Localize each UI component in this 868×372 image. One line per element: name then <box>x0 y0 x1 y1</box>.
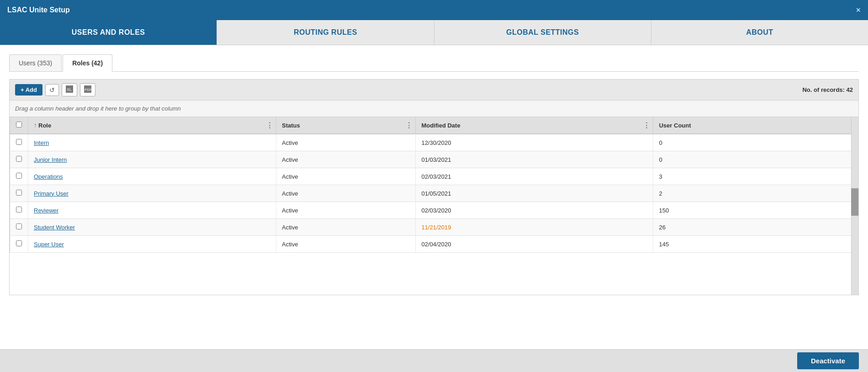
roles-table: ↑ Role ⋮ Status ⋮ <box>10 117 858 253</box>
svg-text:PDF: PDF <box>85 88 91 92</box>
add-button[interactable]: + Add <box>15 84 42 96</box>
table-body: InternActive12/30/20200Junior InternActi… <box>10 134 858 253</box>
user-count-col-header[interactable]: User Count ⋮ <box>653 117 858 134</box>
role-sort-arrow: ↑ <box>34 122 37 128</box>
role-cell: Reviewer <box>28 202 276 219</box>
modified-date-col-menu[interactable]: ⋮ <box>643 121 650 130</box>
row-checkbox[interactable] <box>16 139 22 145</box>
app-title: LSAC Unite Setup <box>7 6 70 14</box>
nav-tab-users-and-roles[interactable]: USERS AND ROLES <box>0 20 217 45</box>
modified-date-cell: 01/03/2021 <box>416 151 653 168</box>
content-area: Users (353)Roles (42) + Add ↺ XL PDF No.… <box>0 45 868 368</box>
sub-tabs: Users (353)Roles (42) <box>9 54 859 72</box>
refresh-button[interactable]: ↺ <box>45 84 59 96</box>
user-count-cell: 3 <box>653 168 858 185</box>
select-all-checkbox[interactable] <box>16 122 22 128</box>
row-checkbox-cell <box>10 151 28 168</box>
user-count-cell: 2 <box>653 185 858 202</box>
nav-tab-about[interactable]: ABOUT <box>651 20 868 45</box>
row-checkbox[interactable] <box>16 223 22 229</box>
user-count-cell: 0 <box>653 151 858 168</box>
user-count-cell: 0 <box>653 134 858 151</box>
role-col-header[interactable]: ↑ Role ⋮ <box>28 117 276 134</box>
table-row: Student WorkerActive11/21/201926 <box>10 219 858 236</box>
modified-date-cell: 12/30/2020 <box>416 134 653 151</box>
modified-date-col-label: Modified Date <box>421 122 460 129</box>
table-wrapper: ↑ Role ⋮ Status ⋮ <box>9 117 859 295</box>
status-cell: Active <box>276 134 416 151</box>
modified-date-cell: 02/04/2020 <box>416 236 653 253</box>
role-col-label: Role <box>38 122 51 129</box>
modified-date-cell: 01/05/2021 <box>416 185 653 202</box>
role-cell: Operations <box>28 168 276 185</box>
role-link[interactable]: Operations <box>34 173 63 180</box>
drag-hint: Drag a column header and drop it here to… <box>9 101 859 117</box>
row-checkbox[interactable] <box>16 240 22 246</box>
bottom-bar: Deactivate <box>0 349 868 372</box>
user-count-cell: 150 <box>653 202 858 219</box>
row-checkbox[interactable] <box>16 156 22 162</box>
role-cell: Intern <box>28 134 276 151</box>
role-link[interactable]: Student Worker <box>34 224 75 231</box>
modified-date-cell: 11/21/2019 <box>416 219 653 236</box>
table-row: OperationsActive02/03/20213 <box>10 168 858 185</box>
status-cell: Active <box>276 202 416 219</box>
toolbar-left: + Add ↺ XL PDF <box>15 83 95 96</box>
role-col-menu[interactable]: ⋮ <box>266 121 273 130</box>
scrollbar[interactable] <box>851 117 858 295</box>
table-row: InternActive12/30/20200 <box>10 134 858 151</box>
modified-date-cell: 02/03/2020 <box>416 202 653 219</box>
modified-date-col-header[interactable]: Modified Date ⋮ <box>416 117 653 134</box>
role-link[interactable]: Super User <box>34 241 64 248</box>
row-checkbox[interactable] <box>16 173 22 179</box>
role-link[interactable]: Primary User <box>34 190 69 197</box>
role-link[interactable]: Reviewer <box>34 207 58 214</box>
row-checkbox-cell <box>10 168 28 185</box>
role-cell: Junior Intern <box>28 151 276 168</box>
role-link[interactable]: Junior Intern <box>34 156 67 163</box>
status-col-header[interactable]: Status ⋮ <box>276 117 416 134</box>
table-row: Primary UserActive01/05/20212 <box>10 185 858 202</box>
status-cell: Active <box>276 185 416 202</box>
toolbar: + Add ↺ XL PDF No. of records: 42 <box>9 79 859 101</box>
status-cell: Active <box>276 236 416 253</box>
deactivate-button[interactable]: Deactivate <box>797 352 859 369</box>
row-checkbox-cell <box>10 219 28 236</box>
nav-tabs: USERS AND ROLESROUTING RULESGLOBAL SETTI… <box>0 20 868 45</box>
nav-tab-global-settings[interactable]: GLOBAL SETTINGS <box>434 20 651 45</box>
status-cell: Active <box>276 219 416 236</box>
title-bar: LSAC Unite Setup × <box>0 0 868 20</box>
role-cell: Primary User <box>28 185 276 202</box>
row-checkbox-cell <box>10 236 28 253</box>
row-checkbox-cell <box>10 185 28 202</box>
select-all-col <box>10 117 28 134</box>
table-row: ReviewerActive02/03/2020150 <box>10 202 858 219</box>
role-link[interactable]: Intern <box>34 139 49 146</box>
role-cell: Student Worker <box>28 219 276 236</box>
row-checkbox-cell <box>10 202 28 219</box>
status-cell: Active <box>276 168 416 185</box>
user-count-col-label: User Count <box>659 122 691 129</box>
modified-date-cell: 02/03/2021 <box>416 168 653 185</box>
nav-tab-routing-rules[interactable]: ROUTING RULES <box>217 20 434 45</box>
table-row: Junior InternActive01/03/20210 <box>10 151 858 168</box>
sub-tab-users[interactable]: Users (353) <box>9 54 62 71</box>
table-row: Super UserActive02/04/2020145 <box>10 236 858 253</box>
svg-text:XL: XL <box>67 87 72 92</box>
role-cell: Super User <box>28 236 276 253</box>
close-button[interactable]: × <box>856 5 861 15</box>
user-count-cell: 26 <box>653 219 858 236</box>
status-cell: Active <box>276 151 416 168</box>
row-checkbox[interactable] <box>16 190 22 196</box>
scroll-thumb[interactable] <box>851 188 858 216</box>
export-excel-button[interactable]: XL <box>62 83 77 96</box>
row-checkbox[interactable] <box>16 207 22 213</box>
row-checkbox-cell <box>10 134 28 151</box>
table-scroll[interactable]: ↑ Role ⋮ Status ⋮ <box>10 117 858 295</box>
user-count-cell: 145 <box>653 236 858 253</box>
export-pdf-button[interactable]: PDF <box>80 83 95 96</box>
status-col-menu[interactable]: ⋮ <box>405 121 413 130</box>
status-col-label: Status <box>282 122 300 129</box>
table-header-row: ↑ Role ⋮ Status ⋮ <box>10 117 858 134</box>
sub-tab-roles[interactable]: Roles (42) <box>63 54 112 72</box>
